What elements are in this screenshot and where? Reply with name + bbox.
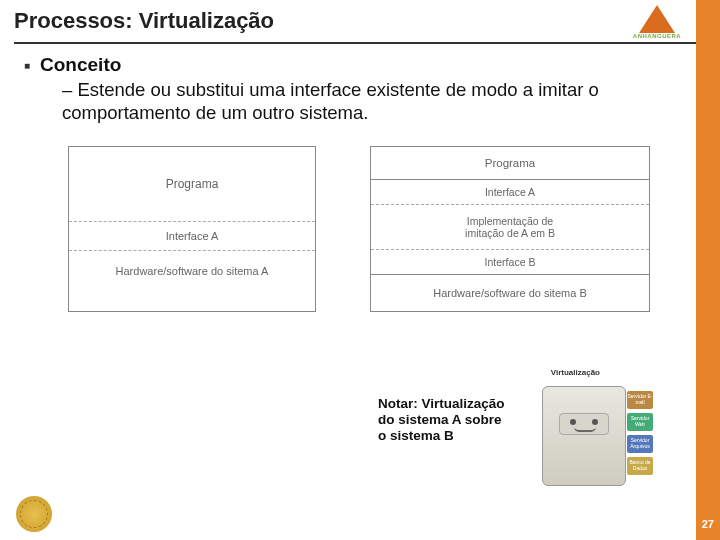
brand-logo: ANHANGUERA (626, 5, 688, 47)
server-slot-db: Banco de Dados (627, 457, 653, 475)
triangle-icon (639, 5, 675, 33)
slide-header: Processos: Virtualização (0, 0, 720, 40)
boxA-program: Programa (69, 147, 315, 222)
brand-text: ANHANGUERA (626, 33, 688, 39)
concept-block: ■ Conceito – Estende ou substitui uma in… (24, 54, 690, 124)
server-illustration: Servidor E-mail Servidor Web Servidor Ar… (542, 386, 662, 506)
boxB-program: Programa (371, 147, 649, 180)
boxB-interfaceA: Interface A (371, 180, 649, 205)
diagram-system-a: Programa Interface A Hardware/software d… (68, 146, 316, 312)
virtualization-caption: Virtualização (551, 368, 600, 377)
slide-title: Processos: Virtualização (14, 8, 706, 34)
diagrams-row: Programa Interface A Hardware/software d… (24, 124, 690, 312)
diagram-system-b: Programa Interface A Implementação de im… (370, 146, 650, 312)
seal-icon (16, 496, 52, 532)
boxA-hw: Hardware/software do sitema A (69, 251, 315, 291)
bullet-icon: ■ (24, 54, 40, 124)
slide-content: ■ Conceito – Estende ou substitui uma in… (0, 44, 720, 312)
page-number: 27 (702, 518, 714, 530)
accent-bar (696, 0, 720, 540)
boxA-interface: Interface A (69, 222, 315, 251)
concept-description: – Estende ou substitui uma interface exi… (40, 78, 690, 124)
server-slot-email: Servidor E-mail (627, 391, 653, 409)
concept-heading: Conceito (40, 54, 690, 76)
server-slot-files: Servidor Arquivos (627, 435, 653, 453)
server-face-icon (559, 413, 609, 435)
server-body: Servidor E-mail Servidor Web Servidor Ar… (542, 386, 626, 486)
boxB-interfaceB: Interface B (371, 250, 649, 275)
boxB-hw: Hardware/software do sitema B (371, 275, 649, 311)
boxB-impl: Implementação de imitação de A em B (371, 205, 649, 250)
note-text: Notar: Virtualização do sistema A sobre … (378, 396, 508, 445)
server-slot-web: Servidor Web (627, 413, 653, 431)
